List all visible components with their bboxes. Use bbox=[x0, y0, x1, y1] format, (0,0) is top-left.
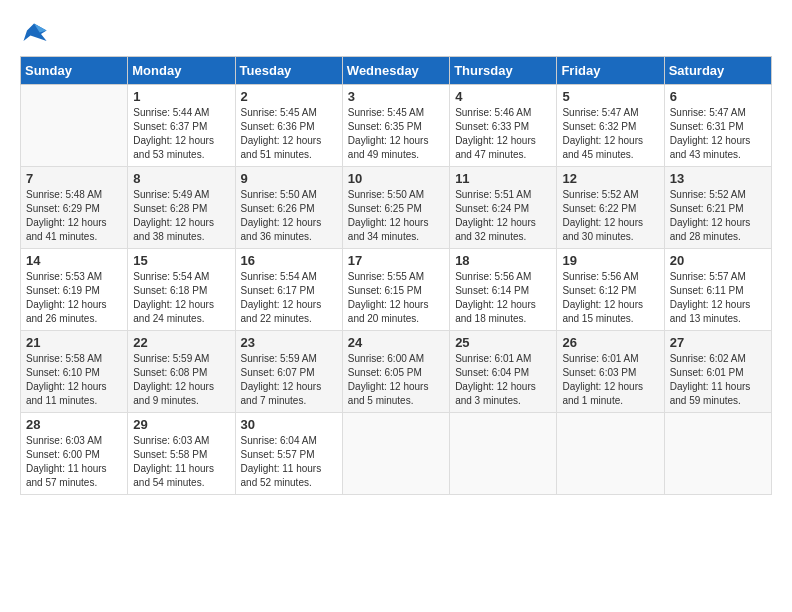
day-info: Sunrise: 5:58 AMSunset: 6:10 PMDaylight:… bbox=[26, 352, 122, 408]
day-number: 5 bbox=[562, 89, 658, 104]
day-info: Sunrise: 6:01 AMSunset: 6:03 PMDaylight:… bbox=[562, 352, 658, 408]
day-info: Sunrise: 5:54 AMSunset: 6:17 PMDaylight:… bbox=[241, 270, 337, 326]
calendar-cell: 26Sunrise: 6:01 AMSunset: 6:03 PMDayligh… bbox=[557, 331, 664, 413]
logo bbox=[20, 20, 52, 48]
calendar-table: SundayMondayTuesdayWednesdayThursdayFrid… bbox=[20, 56, 772, 495]
day-number: 7 bbox=[26, 171, 122, 186]
calendar-week-5: 28Sunrise: 6:03 AMSunset: 6:00 PMDayligh… bbox=[21, 413, 772, 495]
day-number: 3 bbox=[348, 89, 444, 104]
calendar-cell: 10Sunrise: 5:50 AMSunset: 6:25 PMDayligh… bbox=[342, 167, 449, 249]
day-info: Sunrise: 6:03 AMSunset: 6:00 PMDaylight:… bbox=[26, 434, 122, 490]
calendar-cell: 9Sunrise: 5:50 AMSunset: 6:26 PMDaylight… bbox=[235, 167, 342, 249]
day-number: 6 bbox=[670, 89, 766, 104]
day-info: Sunrise: 5:55 AMSunset: 6:15 PMDaylight:… bbox=[348, 270, 444, 326]
day-number: 20 bbox=[670, 253, 766, 268]
day-info: Sunrise: 5:54 AMSunset: 6:18 PMDaylight:… bbox=[133, 270, 229, 326]
calendar-cell: 11Sunrise: 5:51 AMSunset: 6:24 PMDayligh… bbox=[450, 167, 557, 249]
svg-marker-0 bbox=[24, 24, 47, 42]
day-number: 22 bbox=[133, 335, 229, 350]
day-info: Sunrise: 5:57 AMSunset: 6:11 PMDaylight:… bbox=[670, 270, 766, 326]
day-number: 21 bbox=[26, 335, 122, 350]
day-info: Sunrise: 5:49 AMSunset: 6:28 PMDaylight:… bbox=[133, 188, 229, 244]
day-number: 16 bbox=[241, 253, 337, 268]
calendar-cell: 2Sunrise: 5:45 AMSunset: 6:36 PMDaylight… bbox=[235, 85, 342, 167]
day-number: 8 bbox=[133, 171, 229, 186]
day-number: 1 bbox=[133, 89, 229, 104]
weekday-header-thursday: Thursday bbox=[450, 57, 557, 85]
day-number: 18 bbox=[455, 253, 551, 268]
calendar-cell bbox=[557, 413, 664, 495]
day-info: Sunrise: 5:53 AMSunset: 6:19 PMDaylight:… bbox=[26, 270, 122, 326]
day-info: Sunrise: 5:52 AMSunset: 6:21 PMDaylight:… bbox=[670, 188, 766, 244]
calendar-week-3: 14Sunrise: 5:53 AMSunset: 6:19 PMDayligh… bbox=[21, 249, 772, 331]
day-info: Sunrise: 5:50 AMSunset: 6:25 PMDaylight:… bbox=[348, 188, 444, 244]
day-number: 2 bbox=[241, 89, 337, 104]
calendar-cell: 23Sunrise: 5:59 AMSunset: 6:07 PMDayligh… bbox=[235, 331, 342, 413]
day-number: 13 bbox=[670, 171, 766, 186]
day-info: Sunrise: 5:52 AMSunset: 6:22 PMDaylight:… bbox=[562, 188, 658, 244]
calendar-week-4: 21Sunrise: 5:58 AMSunset: 6:10 PMDayligh… bbox=[21, 331, 772, 413]
day-info: Sunrise: 5:48 AMSunset: 6:29 PMDaylight:… bbox=[26, 188, 122, 244]
day-number: 4 bbox=[455, 89, 551, 104]
calendar-cell: 28Sunrise: 6:03 AMSunset: 6:00 PMDayligh… bbox=[21, 413, 128, 495]
page-header bbox=[20, 20, 772, 48]
day-number: 24 bbox=[348, 335, 444, 350]
calendar-cell: 3Sunrise: 5:45 AMSunset: 6:35 PMDaylight… bbox=[342, 85, 449, 167]
day-number: 11 bbox=[455, 171, 551, 186]
day-info: Sunrise: 5:47 AMSunset: 6:32 PMDaylight:… bbox=[562, 106, 658, 162]
calendar-cell: 29Sunrise: 6:03 AMSunset: 5:58 PMDayligh… bbox=[128, 413, 235, 495]
day-number: 30 bbox=[241, 417, 337, 432]
weekday-header-tuesday: Tuesday bbox=[235, 57, 342, 85]
day-info: Sunrise: 5:46 AMSunset: 6:33 PMDaylight:… bbox=[455, 106, 551, 162]
weekday-header-row: SundayMondayTuesdayWednesdayThursdayFrid… bbox=[21, 57, 772, 85]
day-number: 15 bbox=[133, 253, 229, 268]
day-number: 10 bbox=[348, 171, 444, 186]
day-number: 28 bbox=[26, 417, 122, 432]
calendar-cell: 4Sunrise: 5:46 AMSunset: 6:33 PMDaylight… bbox=[450, 85, 557, 167]
calendar-cell: 14Sunrise: 5:53 AMSunset: 6:19 PMDayligh… bbox=[21, 249, 128, 331]
calendar-week-2: 7Sunrise: 5:48 AMSunset: 6:29 PMDaylight… bbox=[21, 167, 772, 249]
calendar-cell: 24Sunrise: 6:00 AMSunset: 6:05 PMDayligh… bbox=[342, 331, 449, 413]
calendar-cell: 20Sunrise: 5:57 AMSunset: 6:11 PMDayligh… bbox=[664, 249, 771, 331]
day-info: Sunrise: 5:47 AMSunset: 6:31 PMDaylight:… bbox=[670, 106, 766, 162]
calendar-week-1: 1Sunrise: 5:44 AMSunset: 6:37 PMDaylight… bbox=[21, 85, 772, 167]
weekday-header-monday: Monday bbox=[128, 57, 235, 85]
day-info: Sunrise: 5:56 AMSunset: 6:14 PMDaylight:… bbox=[455, 270, 551, 326]
day-info: Sunrise: 5:51 AMSunset: 6:24 PMDaylight:… bbox=[455, 188, 551, 244]
calendar-cell: 30Sunrise: 6:04 AMSunset: 5:57 PMDayligh… bbox=[235, 413, 342, 495]
day-number: 17 bbox=[348, 253, 444, 268]
day-info: Sunrise: 5:59 AMSunset: 6:07 PMDaylight:… bbox=[241, 352, 337, 408]
day-info: Sunrise: 5:45 AMSunset: 6:35 PMDaylight:… bbox=[348, 106, 444, 162]
weekday-header-wednesday: Wednesday bbox=[342, 57, 449, 85]
day-number: 27 bbox=[670, 335, 766, 350]
calendar-cell: 25Sunrise: 6:01 AMSunset: 6:04 PMDayligh… bbox=[450, 331, 557, 413]
calendar-cell: 1Sunrise: 5:44 AMSunset: 6:37 PMDaylight… bbox=[128, 85, 235, 167]
calendar-cell: 17Sunrise: 5:55 AMSunset: 6:15 PMDayligh… bbox=[342, 249, 449, 331]
day-info: Sunrise: 6:04 AMSunset: 5:57 PMDaylight:… bbox=[241, 434, 337, 490]
day-number: 19 bbox=[562, 253, 658, 268]
calendar-cell bbox=[21, 85, 128, 167]
calendar-cell: 5Sunrise: 5:47 AMSunset: 6:32 PMDaylight… bbox=[557, 85, 664, 167]
day-info: Sunrise: 6:03 AMSunset: 5:58 PMDaylight:… bbox=[133, 434, 229, 490]
calendar-cell bbox=[342, 413, 449, 495]
day-number: 23 bbox=[241, 335, 337, 350]
day-info: Sunrise: 5:56 AMSunset: 6:12 PMDaylight:… bbox=[562, 270, 658, 326]
day-number: 29 bbox=[133, 417, 229, 432]
calendar-cell: 27Sunrise: 6:02 AMSunset: 6:01 PMDayligh… bbox=[664, 331, 771, 413]
day-info: Sunrise: 5:59 AMSunset: 6:08 PMDaylight:… bbox=[133, 352, 229, 408]
calendar-cell: 19Sunrise: 5:56 AMSunset: 6:12 PMDayligh… bbox=[557, 249, 664, 331]
day-info: Sunrise: 6:00 AMSunset: 6:05 PMDaylight:… bbox=[348, 352, 444, 408]
calendar-cell: 13Sunrise: 5:52 AMSunset: 6:21 PMDayligh… bbox=[664, 167, 771, 249]
weekday-header-saturday: Saturday bbox=[664, 57, 771, 85]
day-number: 12 bbox=[562, 171, 658, 186]
calendar-cell: 7Sunrise: 5:48 AMSunset: 6:29 PMDaylight… bbox=[21, 167, 128, 249]
calendar-cell bbox=[664, 413, 771, 495]
day-info: Sunrise: 5:45 AMSunset: 6:36 PMDaylight:… bbox=[241, 106, 337, 162]
day-info: Sunrise: 5:44 AMSunset: 6:37 PMDaylight:… bbox=[133, 106, 229, 162]
calendar-cell: 15Sunrise: 5:54 AMSunset: 6:18 PMDayligh… bbox=[128, 249, 235, 331]
calendar-cell: 12Sunrise: 5:52 AMSunset: 6:22 PMDayligh… bbox=[557, 167, 664, 249]
calendar-cell: 18Sunrise: 5:56 AMSunset: 6:14 PMDayligh… bbox=[450, 249, 557, 331]
day-info: Sunrise: 6:01 AMSunset: 6:04 PMDaylight:… bbox=[455, 352, 551, 408]
calendar-cell: 16Sunrise: 5:54 AMSunset: 6:17 PMDayligh… bbox=[235, 249, 342, 331]
day-info: Sunrise: 6:02 AMSunset: 6:01 PMDaylight:… bbox=[670, 352, 766, 408]
